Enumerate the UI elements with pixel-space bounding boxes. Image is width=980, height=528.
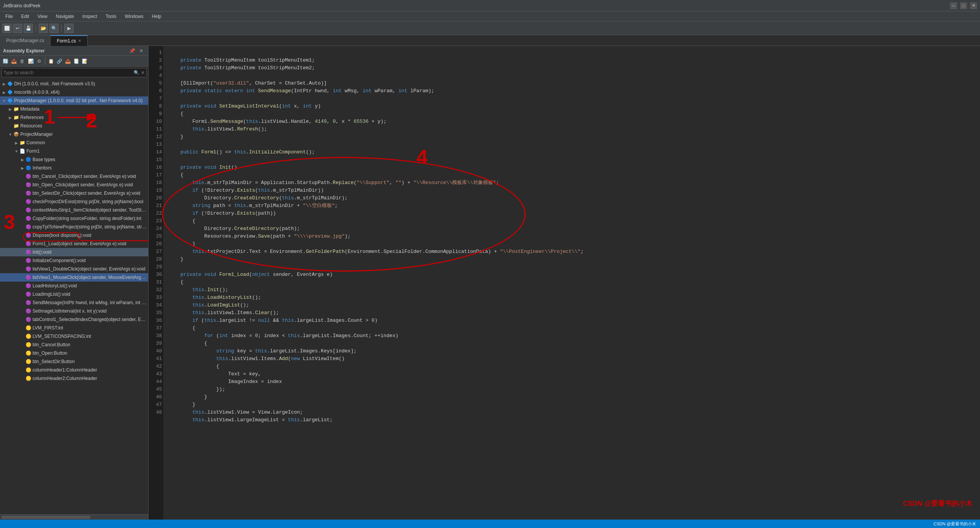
as-btn-5[interactable]: ⚙ <box>35 57 43 65</box>
tree-item[interactable]: 🟣btn_Open_Click(object sender, EventArgs… <box>0 181 148 189</box>
tree-expand-icon[interactable] <box>20 292 25 297</box>
as-btn-1[interactable]: 🔄 <box>2 57 9 65</box>
tree-item[interactable]: 🟣SetImageListInterval(int x, int y):void <box>0 307 148 315</box>
tree-item[interactable]: 🟣checkProjectDirExist(string prjDir, str… <box>0 197 148 206</box>
menu-file[interactable]: File <box>2 13 16 20</box>
tree-item[interactable]: 🟡LVM_SETICONSPACING:int <box>0 332 148 341</box>
tree-expand-icon[interactable] <box>20 233 25 238</box>
code-scroll[interactable]: private ToolStripMenuItem toolStripMenuI… <box>164 46 980 520</box>
tree-item[interactable]: ▶📁Common <box>0 139 148 147</box>
minimize-button[interactable]: ─ <box>950 2 957 9</box>
tree-expand-icon[interactable] <box>20 325 25 331</box>
tab-projectmanager[interactable]: ProjectManager.cs <box>0 35 51 46</box>
assembly-tree[interactable]: ▶🔷DH (1.0.0.0, msil, .Net Framework v3.5… <box>0 79 148 514</box>
tree-item[interactable]: 📁Resources <box>0 122 148 130</box>
tree-item[interactable]: ▼📄Form1 <box>0 147 148 155</box>
tree-expand-icon[interactable] <box>20 216 25 221</box>
tree-expand-icon[interactable] <box>20 350 25 356</box>
menu-help[interactable]: Help <box>148 13 165 20</box>
menu-edit[interactable]: Edit <box>17 13 33 20</box>
tree-item[interactable]: 🟣LoadHistoryList():void <box>0 282 148 290</box>
tree-expand-icon[interactable] <box>20 367 25 373</box>
tree-expand-icon[interactable] <box>20 258 25 263</box>
tree-item[interactable]: 🟣listView1_MouseClick(object sender, Mou… <box>0 273 148 282</box>
tree-expand-icon[interactable] <box>8 123 13 129</box>
tree-expand-icon[interactable]: ▼ <box>14 148 19 154</box>
horizontal-scrollbar-thumb[interactable] <box>2 516 90 519</box>
as-btn-2[interactable]: 📥 <box>10 57 18 65</box>
tree-expand-icon[interactable] <box>20 266 25 272</box>
toolbar-btn-6[interactable]: ▶ <box>64 24 74 33</box>
code-container[interactable]: 1234567891011121314151617181920212223242… <box>149 46 980 520</box>
tree-expand-icon[interactable] <box>20 359 25 364</box>
search-clear-icon[interactable]: ✕ <box>141 70 145 75</box>
tree-item[interactable]: 🟡LVM_FIRST:int <box>0 324 148 332</box>
tree-expand-icon[interactable]: ▶ <box>20 165 25 171</box>
tree-item[interactable]: 🟡columnHeader1:ColumnHeader <box>0 366 148 374</box>
tree-item[interactable]: ▼📦ProjectManager <box>0 130 148 139</box>
toolbar-btn-3[interactable]: 💾 <box>24 24 33 33</box>
tab-close-form1[interactable]: ✕ <box>78 39 81 43</box>
tree-item[interactable]: 🟣Dispose(bool disposing):void <box>0 231 148 240</box>
tree-expand-icon[interactable]: ▶ <box>8 106 13 112</box>
tree-expand-icon[interactable] <box>20 191 25 196</box>
tree-item[interactable]: 🟣btn_SelectDir_Click(object sender, Even… <box>0 189 148 197</box>
tree-item[interactable]: 🟡btn_Cancel:Button <box>0 341 148 349</box>
tree-item[interactable]: 🟣contextMenuStrip1_ItemClicked(object se… <box>0 206 148 214</box>
tree-item[interactable]: 🟣listView1_DoubleClick(object sender, Ev… <box>0 265 148 273</box>
as-btn-7[interactable]: 🔗 <box>56 57 63 65</box>
as-btn-3[interactable]: 🗑 <box>18 57 26 65</box>
as-btn-6[interactable]: 📋 <box>47 57 55 65</box>
tree-item[interactable]: 🟡btn_SelectDir:Button <box>0 357 148 366</box>
tree-expand-icon[interactable] <box>20 334 25 339</box>
panel-close-button[interactable]: ✕ <box>137 47 145 55</box>
tree-expand-icon[interactable] <box>20 342 25 347</box>
tree-item[interactable]: 🟡btn_Open:Button <box>0 349 148 357</box>
as-btn-10[interactable]: 📝 <box>81 57 88 65</box>
close-button[interactable]: ✕ <box>970 2 977 9</box>
tree-item[interactable]: 🟡columnHeader2:ColumnHeader <box>0 374 148 383</box>
tab-form1[interactable]: Form1.cs ✕ <box>51 35 88 46</box>
tree-expand-icon[interactable] <box>20 317 25 322</box>
toolbar-btn-4[interactable]: 📂 <box>39 24 48 33</box>
tree-expand-icon[interactable]: ▶ <box>14 140 19 145</box>
tree-expand-icon[interactable] <box>20 376 25 381</box>
menu-inspect[interactable]: Inspect <box>78 13 101 20</box>
tree-expand-icon[interactable] <box>20 207 25 213</box>
tree-item[interactable]: ▶🔵Inheritors <box>0 164 148 172</box>
tree-item[interactable]: 🟣LoadImgList():void <box>0 290 148 298</box>
tree-expand-icon[interactable]: ▼ <box>8 132 13 137</box>
maximize-button[interactable]: □ <box>960 2 967 9</box>
tree-expand-icon[interactable] <box>20 241 25 246</box>
tree-expand-icon[interactable]: ▶ <box>2 81 7 86</box>
tree-item[interactable]: 🟣InitializeComponent():void <box>0 256 148 265</box>
tree-expand-icon[interactable] <box>20 249 25 255</box>
tree-item[interactable]: ▶🔵Base types <box>0 155 148 164</box>
menu-navigate[interactable]: Navigate <box>52 13 78 20</box>
as-btn-8[interactable]: 📤 <box>64 57 72 65</box>
as-btn-9[interactable]: 📑 <box>72 57 80 65</box>
menu-windows[interactable]: Windows <box>121 13 147 20</box>
tree-item[interactable]: 🟣btn_Cancel_Click(object sender, EventAr… <box>0 172 148 181</box>
tree-expand-icon[interactable] <box>20 300 25 305</box>
tree-expand-icon[interactable] <box>20 174 25 179</box>
tree-item[interactable]: 🟣Form1_Load(object sender, EventArgs e):… <box>0 240 148 248</box>
tree-item[interactable]: ▶📁Metadata <box>0 105 148 113</box>
as-btn-4[interactable]: 📊 <box>27 57 34 65</box>
toolbar-btn-5[interactable]: 🔍 <box>49 24 59 33</box>
menu-tools[interactable]: Tools <box>102 13 120 20</box>
toolbar-btn-1[interactable]: ⬜ <box>2 24 11 33</box>
tree-expand-icon[interactable] <box>20 224 25 230</box>
tree-item[interactable]: 🟣copyTplToNewProject(string prjDir, stri… <box>0 223 148 231</box>
tree-item[interactable]: 🟣SendMessage(IntPtr hwnd, int wMsg, int … <box>0 298 148 307</box>
tree-expand-icon[interactable]: ▶ <box>20 157 25 162</box>
panel-pin-button[interactable]: 📌 <box>128 47 136 55</box>
tree-expand-icon[interactable] <box>20 275 25 280</box>
tree-item[interactable]: 🟣Init():void <box>0 248 148 256</box>
tree-expand-icon[interactable] <box>20 182 25 187</box>
tree-expand-icon[interactable]: ▶ <box>2 90 7 95</box>
tree-item[interactable]: ▶🔷mscorlib (4.0.0.9, x64) <box>0 88 148 96</box>
tree-item[interactable]: ▼🔷ProjectManager (1.0.0.0, msil 32 bit p… <box>0 96 148 105</box>
tree-expand-icon[interactable] <box>20 283 25 288</box>
tree-item[interactable]: 🟣tabControl1_SelectedIndexChanged(object… <box>0 315 148 324</box>
